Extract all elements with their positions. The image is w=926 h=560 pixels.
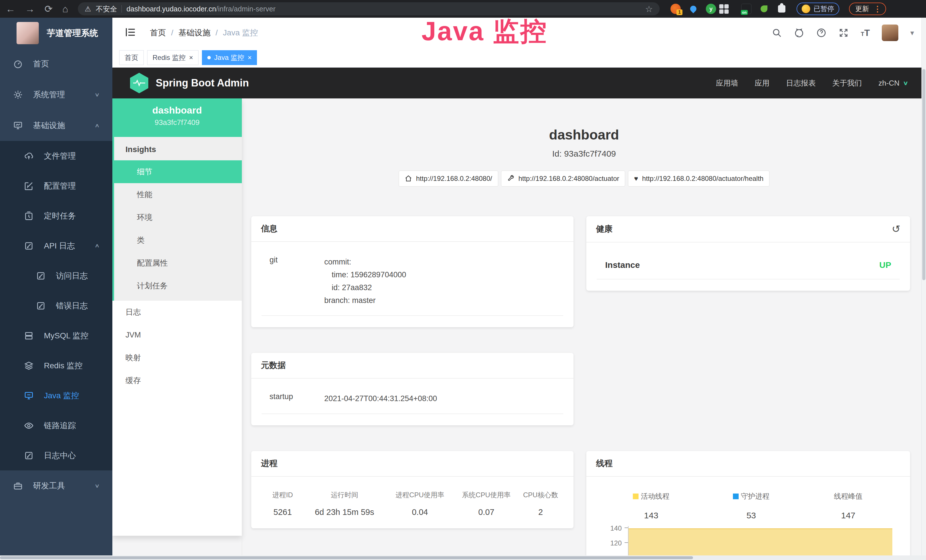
sba-item-config-props[interactable]: 配置属性 (114, 251, 242, 274)
history-icon[interactable]: ↺ (892, 223, 900, 235)
sba-locale-select[interactable]: zh-CN ∨ (878, 79, 908, 88)
chevron-up-icon: ∧ (94, 243, 100, 249)
sba-item-classes[interactable]: 类 (114, 229, 242, 251)
tag-home[interactable]: 首页 (119, 50, 144, 65)
sidebar-item-file-management[interactable]: 文件管理 (0, 141, 112, 171)
browser-forward-icon[interactable]: → (25, 4, 35, 14)
tag-java-monitor[interactable]: Java 监控 × (202, 50, 257, 65)
sba-section-label: Insights (114, 137, 242, 160)
fullscreen-icon[interactable] (838, 28, 849, 38)
url-text[interactable]: dashboard.yudao.iocoder.cn/infra/admin-s… (126, 5, 275, 13)
process-value-process-cpu: 0.04 (385, 507, 455, 517)
font-size-icon[interactable]: TT (861, 28, 870, 38)
sba-instance-id: 93a3fc7f7409 (112, 118, 242, 127)
health-instance-row[interactable]: Instance UP (597, 256, 900, 279)
sba-brand-title[interactable]: Spring Boot Admin (156, 77, 249, 89)
sba-instance-header[interactable]: dashboard 93a3fc7f7409 (112, 98, 242, 137)
close-icon[interactable]: × (248, 54, 251, 62)
yellow-square-icon (633, 493, 639, 499)
tag-redis-monitor[interactable]: Redis 监控 × (147, 50, 198, 65)
git-time-line: time: 1596289704000 (324, 268, 406, 281)
horizontal-scrollbar-thumb[interactable] (0, 556, 693, 559)
page-title: dashboard (242, 127, 926, 143)
tag-label: 首页 (125, 53, 138, 62)
tags-bar: 首页 Redis 监控 × Java 监控 × (112, 48, 926, 68)
health-url-button[interactable]: ♥ http://192.168.0.2:48080/actuator/heal… (628, 171, 769, 186)
sidebar-item-error-logs[interactable]: 错误日志 (0, 291, 112, 321)
sba-nav-wallboard[interactable]: 应用墙 (716, 78, 738, 88)
breadcrumb: 首页 / 基础设施 / Java 监控 (150, 27, 258, 38)
sba-item-caches[interactable]: 缓存 (112, 369, 242, 392)
extension-grid-icon[interactable] (723, 4, 734, 14)
vertical-scrollbar-thumb[interactable] (922, 69, 925, 280)
health-instance-label: Instance (605, 260, 640, 270)
sba-item-details[interactable]: 细节 (112, 160, 242, 183)
sba-item-scheduled-tasks[interactable]: 计划任务 (114, 274, 242, 297)
sidebar-item-label: 系统管理 (33, 89, 65, 100)
sidebar-item-home[interactable]: 首页 (0, 48, 112, 79)
process-header-system-cpu: 系统CPU使用率 (455, 490, 518, 499)
threads-chart: 140 120 100 (597, 524, 900, 560)
browser-reload-icon[interactable]: ⟳ (44, 4, 53, 14)
sidebar-item-label: 首页 (33, 59, 49, 69)
spring-boot-admin-logo-icon[interactable] (130, 73, 148, 93)
hamburger-icon[interactable] (124, 26, 136, 39)
sba-item-metrics[interactable]: 性能 (114, 183, 242, 206)
extension-y-icon[interactable]: y (706, 4, 716, 14)
sba-item-jvm[interactable]: JVM (112, 324, 242, 346)
sba-nav-about[interactable]: 关于我们 (832, 78, 862, 88)
service-url-button[interactable]: http://192.168.0.2:48080/ (399, 171, 498, 186)
extension-puzzle-icon[interactable] (776, 4, 787, 14)
health-url-label: http://192.168.0.2:48080/actuator/health (642, 175, 764, 183)
sidebar-item-log-center[interactable]: 日志中心 (0, 440, 112, 471)
sidebar-item-mysql-monitor[interactable]: MySQL 监控 (0, 321, 112, 351)
extension-on-icon[interactable]: on (741, 4, 752, 14)
metadata-value: 2021-04-27T00:44:31.254+08:00 (324, 392, 437, 405)
sidebar-item-tracing[interactable]: 链路追踪 (0, 410, 112, 440)
extension-refresh-icon[interactable]: 1 (670, 4, 681, 14)
user-caret-icon[interactable]: ▾ (910, 29, 914, 37)
github-icon[interactable] (794, 28, 804, 38)
sba-nav-applications[interactable]: 应用 (755, 78, 769, 88)
cards-grid: 信息 git commit: time: 1596289704000 id: 2… (242, 216, 926, 560)
sidebar-item-dev-tools[interactable]: 研发工具 ∨ (0, 471, 112, 501)
extension-pin-icon[interactable] (688, 4, 698, 14)
sba-item-mappings[interactable]: 映射 (112, 346, 242, 369)
app-title: 芋道管理系统 (47, 27, 98, 39)
browser-menu-dots-icon[interactable]: ⋮ (873, 4, 882, 14)
sidebar-item-scheduled-jobs[interactable]: 定时任务 (0, 201, 112, 231)
browser-back-icon[interactable]: ← (6, 4, 15, 14)
security-label[interactable]: 不安全 (95, 4, 117, 14)
sba-header: Spring Boot Admin 应用墙 应用 日志报表 关于我们 zh-CN… (112, 68, 926, 98)
sidebar-item-java-monitor[interactable]: Java 监控 (0, 381, 112, 410)
breadcrumb-home[interactable]: 首页 (150, 27, 166, 38)
sidebar-item-config-management[interactable]: 配置管理 (0, 171, 112, 201)
sidebar-submenu-infrastructure: 文件管理 配置管理 定时任务 API 日志 ∧ 访问日志 错误日志 MySQL … (0, 141, 112, 471)
paused-label: 已暂停 (814, 4, 834, 14)
sba-nav-journal[interactable]: 日志报表 (786, 78, 816, 88)
user-avatar[interactable] (882, 24, 898, 41)
bookmark-star-icon[interactable]: ☆ (645, 4, 653, 14)
actuator-url-button[interactable]: http://192.168.0.2:48080/actuator (501, 171, 625, 186)
extension-sprout-icon[interactable] (759, 4, 769, 14)
sidebar-item-infrastructure[interactable]: 基础设施 ∧ (0, 110, 112, 141)
edit-icon (24, 181, 34, 191)
vertical-scrollbar[interactable] (921, 18, 926, 560)
sidebar-item-api-logs[interactable]: API 日志 ∧ (0, 231, 112, 261)
sidebar-item-redis-monitor[interactable]: Redis 监控 (0, 351, 112, 381)
annotation-java-monitor: Java 监控 (422, 14, 548, 49)
horizontal-scrollbar[interactable] (0, 555, 926, 560)
address-bar[interactable]: ⚠ 不安全 dashboard.yudao.iocoder.cn/infra/a… (78, 2, 660, 15)
search-icon[interactable] (772, 28, 782, 38)
sidebar-item-system[interactable]: 系统管理 ∨ (0, 79, 112, 110)
sba-item-logs[interactable]: 日志 (112, 301, 242, 324)
paused-badge[interactable]: 已暂停 (796, 3, 839, 15)
sba-item-environment[interactable]: 环境 (114, 206, 242, 229)
update-button[interactable]: 更新 ⋮ (849, 3, 886, 15)
app-logo-row[interactable]: 芋道管理系统 (0, 18, 112, 48)
browser-home-icon[interactable]: ⌂ (62, 4, 68, 14)
close-icon[interactable]: × (189, 54, 193, 62)
sidebar-item-access-logs[interactable]: 访问日志 (0, 261, 112, 291)
help-icon[interactable] (816, 28, 826, 38)
breadcrumb-infrastructure[interactable]: 基础设施 (179, 27, 210, 38)
